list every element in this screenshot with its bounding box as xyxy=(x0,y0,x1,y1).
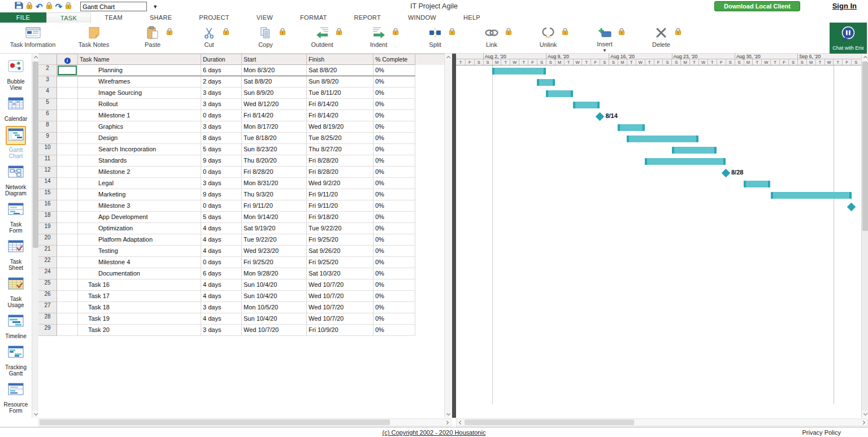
start-date-cell[interactable]: Sat 8/8/20 xyxy=(242,76,307,88)
task-name-cell[interactable]: Milestone 1 xyxy=(78,110,201,121)
gantt-bar-design[interactable] xyxy=(627,136,698,142)
finish-date-cell[interactable]: Sat 8/8/20 xyxy=(307,65,374,76)
finish-date-cell[interactable]: Wed 10/7/20 xyxy=(307,313,374,325)
start-date-cell[interactable]: Sun 10/4/20 xyxy=(242,313,307,325)
start-date-cell[interactable]: Thu 9/3/20 xyxy=(242,189,307,200)
task-name-cell[interactable]: Design xyxy=(78,133,201,144)
menu-tab-task[interactable]: TASK xyxy=(46,12,91,23)
task-info-cell[interactable] xyxy=(57,291,78,302)
task-info-cell[interactable] xyxy=(57,257,78,268)
task-name-cell[interactable]: Milestone 2 xyxy=(78,167,201,178)
percent-complete-cell[interactable]: 0% xyxy=(374,99,415,110)
task-name-cell[interactable]: Wireframes xyxy=(78,76,201,88)
start-date-cell[interactable]: Mon 8/3/20 xyxy=(242,65,307,76)
row-number-cell[interactable]: 14 xyxy=(38,178,57,189)
finish-date-cell[interactable]: Wed 9/2/20 xyxy=(307,178,374,189)
save-button[interactable] xyxy=(15,1,23,12)
scroll-right-arrow[interactable] xyxy=(444,419,451,426)
download-local-client-button[interactable]: Download Local Client xyxy=(714,1,800,11)
row-number-cell[interactable]: 28 xyxy=(38,313,57,325)
copy-button[interactable]: Copy xyxy=(237,23,294,53)
row-number-cell[interactable]: 27 xyxy=(38,302,57,313)
duration-cell[interactable]: 3 days xyxy=(201,99,242,110)
percent-complete-cell[interactable]: 0% xyxy=(374,268,415,279)
percent-complete-cell[interactable]: 0% xyxy=(374,167,415,178)
task-info-cell[interactable] xyxy=(57,133,78,144)
row-number-cell[interactable]: 10 xyxy=(38,144,57,155)
scroll-down-arrow[interactable] xyxy=(862,410,868,418)
percent-complete-cell[interactable]: 0% xyxy=(374,178,415,189)
start-date-cell[interactable]: Sun 8/23/20 xyxy=(242,144,307,155)
task-info-cell[interactable] xyxy=(57,246,78,257)
finish-date-cell[interactable]: Fri 9/18/20 xyxy=(307,212,374,223)
finish-date-cell[interactable]: Fri 8/14/20 xyxy=(307,110,374,121)
sidebar-item-task-form[interactable]: TaskForm xyxy=(0,200,32,234)
finish-date-cell[interactable]: Fri 8/28/20 xyxy=(307,155,374,167)
task-name-cell[interactable]: Search Incorporation xyxy=(78,144,201,155)
gantt-bar-legal[interactable] xyxy=(744,181,771,187)
duration-cell[interactable]: 4 days xyxy=(201,279,242,291)
paste-button[interactable]: Paste xyxy=(124,23,181,53)
duration-cell[interactable]: 2 days xyxy=(201,76,242,88)
gantt-bar-wireframes[interactable] xyxy=(537,79,555,86)
task-info-cell[interactable] xyxy=(57,65,78,76)
row-number-cell[interactable]: 18 xyxy=(38,212,57,223)
row-number-cell[interactable]: 5 xyxy=(38,99,57,110)
indent-button[interactable]: Indent xyxy=(350,23,407,53)
duration-cell[interactable]: 3 days xyxy=(201,121,242,133)
view-selector-input[interactable] xyxy=(80,2,147,11)
duration-cell[interactable]: 0 days xyxy=(201,257,242,268)
finish-date-cell[interactable]: Fri 9/11/20 xyxy=(307,200,374,212)
sidebar-item-network-diagram[interactable]: NetworkDiagram xyxy=(0,163,32,196)
menu-tab-team[interactable]: TEAM xyxy=(91,12,136,23)
percent-complete-cell[interactable]: 0% xyxy=(374,302,415,313)
duration-cell[interactable]: 3 days xyxy=(201,325,242,336)
finish-date-cell[interactable]: Fri 10/9/20 xyxy=(307,325,374,336)
row-number-cell[interactable]: 16 xyxy=(38,200,57,212)
scrollbar-thumb[interactable] xyxy=(465,419,634,425)
finish-date-cell[interactable]: Tue 9/22/20 xyxy=(307,223,374,234)
row-number-cell[interactable]: 9 xyxy=(38,133,57,144)
start-date-cell[interactable]: Wed 10/7/20 xyxy=(242,325,307,336)
task-name-cell[interactable]: Task 18 xyxy=(78,302,201,313)
duration-cell[interactable]: 4 days xyxy=(201,246,242,257)
menu-tab-help[interactable]: HELP xyxy=(450,12,494,23)
undo-button[interactable]: ↶ xyxy=(36,2,43,11)
start-date-cell[interactable]: Tue 9/22/20 xyxy=(242,234,307,246)
table-hscrollbar[interactable] xyxy=(38,418,452,426)
row-number-cell[interactable]: 6 xyxy=(38,110,57,121)
duration-cell[interactable]: 3 days xyxy=(201,178,242,189)
menu-tab-format[interactable]: FORMAT xyxy=(287,12,340,23)
finish-date-cell[interactable]: Tue 8/11/20 xyxy=(307,88,374,99)
sidebar-scrollbar[interactable] xyxy=(32,54,38,418)
row-number-cell[interactable]: 19 xyxy=(38,223,57,234)
duration-cell[interactable]: 9 days xyxy=(201,189,242,200)
finish-date-cell[interactable]: Sun 8/9/20 xyxy=(307,76,374,88)
task-info-cell[interactable] xyxy=(57,110,78,121)
percent-complete-cell[interactable]: 0% xyxy=(374,88,415,99)
table-scrollbar[interactable] xyxy=(444,54,452,418)
task-name-cell[interactable]: Planning xyxy=(78,65,201,76)
percent-complete-cell[interactable]: 0% xyxy=(374,212,415,223)
copyright-link[interactable]: (c) Copyright 2002 - 2020 Housatonic xyxy=(383,429,486,436)
start-date-cell[interactable]: Fri 8/28/20 xyxy=(242,167,307,178)
duration-cell[interactable]: 6 days xyxy=(201,65,242,76)
task-info-cell[interactable] xyxy=(57,234,78,246)
task-info-cell[interactable] xyxy=(57,189,78,200)
finish-date-cell[interactable]: Fri 8/14/20 xyxy=(307,99,374,110)
task-info-cell[interactable] xyxy=(57,302,78,313)
percent-complete-cell[interactable]: 0% xyxy=(374,234,415,246)
duration-cell[interactable]: 5 days xyxy=(201,144,242,155)
finish-date-cell[interactable]: Fri 8/28/20 xyxy=(307,167,374,178)
row-number-cell[interactable]: 20 xyxy=(38,234,57,246)
task-name-cell[interactable]: Task 19 xyxy=(78,313,201,325)
task-info-cell[interactable] xyxy=(57,212,78,223)
task-info-cell[interactable] xyxy=(57,88,78,99)
privacy-policy-link[interactable]: Privacy Policy xyxy=(802,429,841,436)
duration-cell[interactable]: 4 days xyxy=(201,223,242,234)
chat-with-erix-button[interactable]: Chat with Erix xyxy=(830,23,867,54)
finish-date-cell[interactable]: Wed 8/19/20 xyxy=(307,121,374,133)
row-number-cell[interactable]: 12 xyxy=(38,167,57,178)
percent-complete-cell[interactable]: 0% xyxy=(374,110,415,121)
percent-complete-cell[interactable]: 0% xyxy=(374,325,415,336)
